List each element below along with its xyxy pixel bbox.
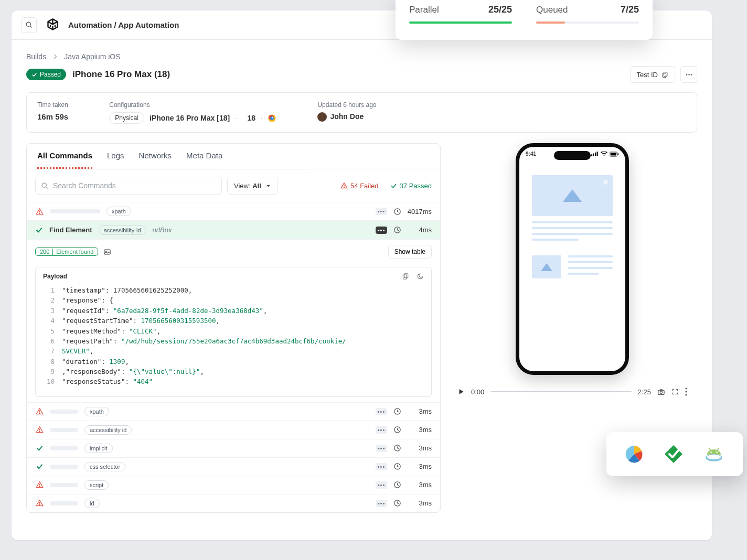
skeleton bbox=[50, 465, 78, 469]
svg-rect-50 bbox=[618, 153, 619, 155]
command-row-active[interactable]: Find Element accessibility-id urlBox •••… bbox=[27, 220, 440, 239]
duration: 4017ms bbox=[408, 208, 432, 216]
config-label: Configurations bbox=[109, 101, 276, 109]
video-player[interactable]: 0:00 2:25 bbox=[457, 387, 687, 396]
svg-point-60 bbox=[710, 451, 712, 453]
more-icon[interactable]: ••• bbox=[376, 208, 387, 215]
clock-icon bbox=[393, 462, 401, 470]
more-icon[interactable]: ••• bbox=[376, 463, 387, 470]
skeleton bbox=[50, 428, 78, 432]
svg-point-63 bbox=[707, 455, 721, 459]
http-code: 200Element found bbox=[35, 247, 98, 256]
more-icon[interactable]: ••• bbox=[376, 227, 387, 234]
duration: 3ms bbox=[408, 462, 432, 470]
tab-all-commands[interactable]: All Commands bbox=[37, 151, 92, 169]
time-taken-label: Time taken bbox=[37, 101, 68, 109]
colorwheel-icon bbox=[624, 444, 645, 465]
copy-icon[interactable] bbox=[402, 273, 409, 280]
global-search-button[interactable] bbox=[21, 17, 37, 33]
payload-code: 1"timestamp": 1705665601625252000,2 "res… bbox=[36, 285, 431, 396]
svg-point-9 bbox=[270, 116, 274, 120]
camera-icon[interactable] bbox=[657, 388, 665, 396]
command-row[interactable]: accessibility id•••3ms bbox=[27, 421, 440, 439]
more-icon[interactable]: ••• bbox=[376, 481, 387, 489]
crumb-leaf[interactable]: Java Appium iOS bbox=[64, 52, 120, 61]
more-icon[interactable]: ••• bbox=[376, 426, 387, 434]
clock-icon bbox=[393, 426, 401, 434]
tab-logs[interactable]: Logs bbox=[107, 151, 124, 169]
skeleton bbox=[50, 410, 78, 414]
player-track[interactable] bbox=[490, 391, 631, 392]
svg-point-53 bbox=[660, 391, 662, 393]
command-row[interactable]: script•••3ms bbox=[27, 476, 440, 494]
command-row[interactable]: css selector•••3ms bbox=[27, 457, 440, 476]
image-placeholder bbox=[532, 255, 561, 278]
clock-icon bbox=[393, 226, 401, 234]
duration: 3ms bbox=[408, 499, 432, 507]
svg-point-5 bbox=[688, 74, 690, 76]
more-icon[interactable]: ••• bbox=[376, 408, 387, 415]
more-icon[interactable]: ••• bbox=[376, 500, 387, 507]
show-table-button[interactable]: Show table bbox=[388, 245, 432, 259]
more-icon[interactable]: ••• bbox=[376, 445, 387, 452]
theme-icon[interactable] bbox=[417, 273, 424, 280]
fail-count: 54 Failed bbox=[340, 182, 378, 190]
svg-rect-3 bbox=[663, 73, 666, 77]
parallel-value: 25/25 bbox=[488, 4, 512, 15]
crumb-root[interactable]: Builds bbox=[26, 52, 46, 61]
svg-line-58 bbox=[709, 448, 711, 450]
svg-point-56 bbox=[685, 394, 687, 395]
test-id-button[interactable]: Test ID bbox=[630, 66, 675, 83]
session-title: iPhone 16 Pro Max (18) bbox=[72, 69, 170, 80]
command-row[interactable]: xpath ••• 4017ms bbox=[27, 202, 440, 220]
svg-rect-49 bbox=[611, 153, 616, 155]
parallel-bar bbox=[409, 21, 512, 24]
locator-pill: accessibility-id bbox=[99, 225, 146, 235]
svg-rect-47 bbox=[597, 152, 598, 156]
more-actions-button[interactable] bbox=[680, 66, 697, 83]
svg-rect-45 bbox=[593, 154, 594, 156]
time-taken-value: 16m 59s bbox=[37, 112, 68, 121]
config-chip: Physical bbox=[109, 112, 144, 124]
locator-pill: script bbox=[84, 480, 109, 490]
check-icon bbox=[35, 226, 43, 234]
svg-point-42 bbox=[39, 504, 39, 505]
tab-metadata[interactable]: Meta Data bbox=[186, 151, 222, 169]
player-current: 0:00 bbox=[471, 388, 484, 396]
command-row[interactable]: xpath•••3ms bbox=[27, 402, 440, 421]
tab-networks[interactable]: Networks bbox=[139, 151, 172, 169]
status-icon bbox=[35, 444, 44, 453]
status-icon bbox=[35, 481, 44, 489]
clock-icon bbox=[393, 444, 401, 452]
svg-point-54 bbox=[685, 387, 687, 389]
svg-line-12 bbox=[46, 187, 47, 188]
status-icon bbox=[35, 407, 44, 416]
locator-pill: css selector bbox=[84, 462, 125, 471]
play-icon[interactable] bbox=[457, 388, 465, 395]
svg-marker-51 bbox=[460, 389, 464, 394]
screenshot-icon[interactable] bbox=[103, 248, 111, 256]
view-filter-dropdown[interactable]: View: All bbox=[227, 177, 278, 195]
locator-pill: id bbox=[84, 499, 100, 508]
usage-stats-floater: Parallel25/25 Queued7/25 bbox=[396, 0, 653, 40]
command-row[interactable]: id•••3ms bbox=[27, 494, 440, 512]
search-commands-input[interactable]: Search Commands bbox=[35, 177, 222, 195]
svg-line-59 bbox=[717, 448, 719, 450]
svg-point-61 bbox=[716, 451, 718, 453]
fullscreen-icon[interactable] bbox=[671, 388, 679, 395]
parallel-label: Parallel bbox=[409, 5, 439, 15]
command-row[interactable]: implicit•••3ms bbox=[27, 439, 440, 457]
clock-icon bbox=[393, 208, 401, 216]
status-icons bbox=[591, 151, 619, 157]
user-label: John Doe bbox=[317, 112, 376, 122]
svg-rect-2 bbox=[664, 72, 667, 76]
svg-point-10 bbox=[272, 116, 273, 118]
player-more-icon[interactable] bbox=[685, 387, 687, 396]
svg-marker-57 bbox=[665, 445, 682, 463]
status-icon bbox=[35, 499, 44, 508]
clock-icon bbox=[393, 499, 401, 507]
config-os: 18 bbox=[248, 114, 256, 122]
command-label: Find Element bbox=[49, 226, 92, 234]
svg-point-38 bbox=[39, 486, 39, 487]
svg-line-1 bbox=[30, 26, 31, 27]
